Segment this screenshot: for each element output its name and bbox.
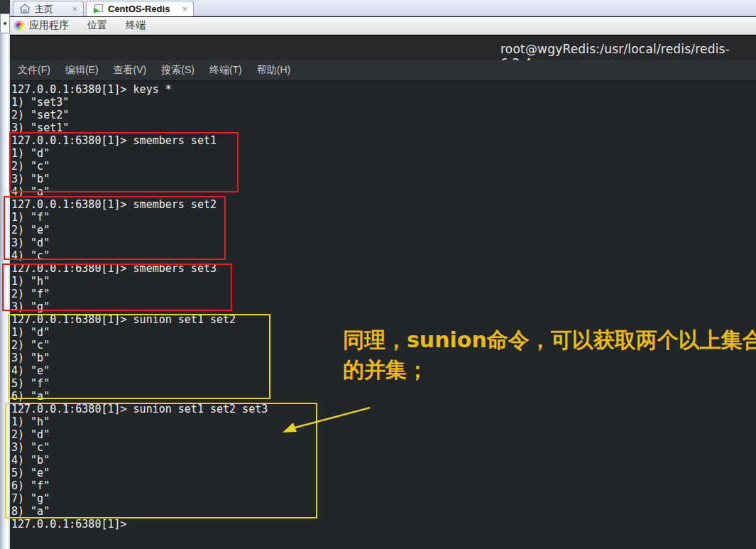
menu-item-terminal[interactable]: 终端(T) — [208, 62, 243, 78]
tab-centos-redis[interactable]: CentOS-Redis × — [86, 1, 194, 16]
vm-icon — [92, 4, 104, 14]
terminal-menubar: 文件(F) 编辑(E) 查看(V) 搜索(S) 终端(T) 帮助(H) — [10, 60, 756, 81]
terminal-line: 127.0.0.1:6380[1]> sunion set1 set2 set3 — [11, 403, 756, 415]
terminal-line: 127.0.0.1:6380[1]> keys * — [11, 83, 756, 96]
home-icon — [19, 4, 31, 14]
annotation-note: 同理，sunion命令，可以获取两个以上集合 的并集； — [343, 325, 756, 385]
terminal-line: 6) "f" — [11, 479, 756, 492]
applications-icon — [14, 21, 25, 31]
terminal-line: 5) "e" — [11, 467, 756, 479]
tab-label: 主页 — [35, 3, 53, 16]
rail-top-edge — [0, 0, 10, 13]
terminal-line: 1) "h" — [11, 275, 756, 288]
terminal-line: 2) "e" — [11, 224, 756, 237]
terminal-line: 2) "f" — [11, 288, 756, 300]
screen: ▼ 主页 × CentOS-Redis × — [0, 0, 756, 549]
panel-item-terminal[interactable]: 终端 — [116, 17, 155, 34]
left-rail: ▼ — [0, 0, 10, 549]
terminal-line: 1) "set3" — [11, 96, 756, 109]
terminal-line: 127.0.0.1:6380[1]> smembers set3 — [11, 262, 756, 275]
menu-item-file[interactable]: 文件(F) — [16, 62, 52, 78]
terminal-line: 127.0.0.1:6380[1]> smembers set2 — [11, 198, 756, 211]
terminal-line: 1) "d" — [11, 147, 756, 160]
terminal-line: 8) "a" — [11, 505, 756, 518]
terminal-line: 127.0.0.1:6380[1]> sunion set1 set2 — [11, 313, 756, 326]
terminal-line: 3) "g" — [11, 300, 756, 313]
terminal-line: 3) "b" — [11, 173, 756, 185]
annotation-note-line2: 的并集； — [343, 355, 756, 385]
terminal-line: 127.0.0.1:6380[1]> smembers set1 — [11, 134, 756, 147]
terminal-line: 6) "a" — [11, 390, 756, 403]
terminal-line: 2) "set2" — [11, 109, 756, 121]
rail-dropdown-button[interactable]: ▼ — [0, 13, 10, 33]
tab-close-icon[interactable]: × — [72, 4, 77, 13]
terminal-line: 1) "h" — [11, 415, 756, 428]
tab-close-icon[interactable]: × — [182, 4, 187, 13]
panel-item-label: 终端 — [126, 19, 146, 32]
terminal-line: 4) "b" — [11, 454, 756, 467]
terminal-window-titlebar[interactable]: root@wgyRedis:/usr/local/redis/redis-6.2… — [10, 35, 756, 60]
panel-item-places[interactable]: 位置 — [78, 17, 116, 34]
tab-home[interactable]: 主页 × — [13, 1, 84, 16]
menu-item-help[interactable]: 帮助(H) — [256, 62, 292, 78]
terminal-output[interactable]: 127.0.0.1:6380[1]> keys *1) "set3"2) "se… — [10, 81, 756, 549]
terminal-line: 1) "f" — [11, 211, 756, 224]
dropdown-arrow-icon: ▼ — [2, 21, 8, 27]
menu-item-view[interactable]: 查看(V) — [112, 62, 148, 78]
terminal-line: 3) "d" — [11, 237, 756, 249]
terminal-line: 3) "set1" — [11, 121, 756, 134]
menu-item-edit[interactable]: 编辑(E) — [64, 62, 100, 78]
terminal-line: 4) "a" — [11, 185, 756, 198]
terminal-line: 3) "c" — [11, 441, 756, 454]
desktop-panel: 应用程序 位置 终端 — [10, 17, 756, 35]
panel-item-applications[interactable]: 应用程序 — [14, 17, 78, 34]
terminal-line: 2) "d" — [11, 428, 756, 441]
terminal-line: 4) "c" — [11, 249, 756, 262]
terminal-line: 127.0.0.1:6380[1]> — [11, 518, 756, 531]
menu-item-search[interactable]: 搜索(S) — [160, 62, 196, 78]
terminal-line: 2) "c" — [11, 160, 756, 173]
browser-tabbar: 主页 × CentOS-Redis × — [10, 0, 756, 16]
annotation-arrow-icon — [278, 402, 378, 439]
terminal-line: 7) "g" — [11, 492, 756, 505]
tab-label: CentOS-Redis — [108, 4, 170, 14]
panel-item-label: 位置 — [87, 19, 107, 32]
annotation-note-line1: 同理，sunion命令，可以获取两个以上集合 — [343, 325, 756, 355]
panel-item-label: 应用程序 — [29, 19, 69, 32]
